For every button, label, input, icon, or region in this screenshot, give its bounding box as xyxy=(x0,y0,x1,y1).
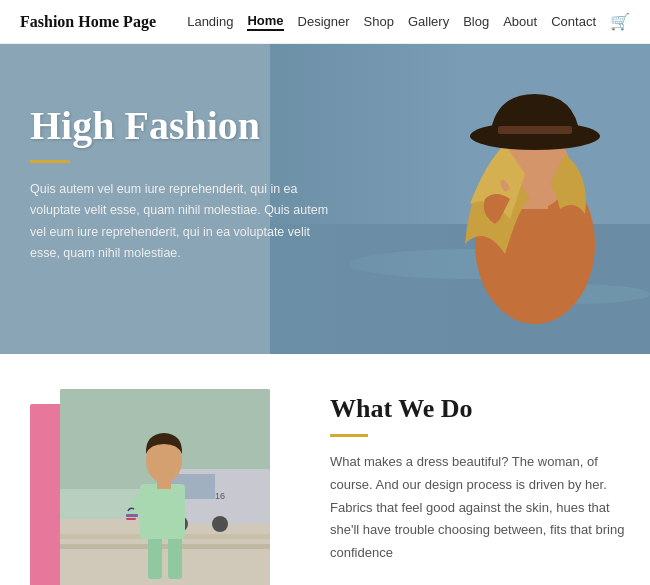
nav-blog[interactable]: Blog xyxy=(463,14,489,29)
nav-designer[interactable]: Designer xyxy=(298,14,350,29)
svg-point-18 xyxy=(212,516,228,532)
nav-contact[interactable]: Contact xyxy=(551,14,596,29)
cart-icon[interactable]: 🛒 xyxy=(610,12,630,31)
section-title: What We Do xyxy=(330,394,630,424)
nav-gallery[interactable]: Gallery xyxy=(408,14,449,29)
svg-rect-14 xyxy=(60,544,270,549)
hero-content: High Fashion Quis autem vel eum iure rep… xyxy=(30,104,340,264)
hero-section: High Fashion Quis autem vel eum iure rep… xyxy=(0,44,650,354)
fashion-photo-svg: 16 xyxy=(60,389,270,585)
fashion-photo: 16 xyxy=(60,389,270,585)
main-nav: Landing Home Designer Shop Gallery Blog … xyxy=(187,12,630,31)
left-image-block: 16 xyxy=(20,384,300,585)
nav-about[interactable]: About xyxy=(503,14,537,29)
svg-rect-22 xyxy=(140,484,185,539)
hero-title: High Fashion xyxy=(30,104,340,148)
nav-shop[interactable]: Shop xyxy=(364,14,394,29)
svg-rect-21 xyxy=(168,534,182,579)
svg-rect-20 xyxy=(148,534,162,579)
hero-body-text: Quis autem vel eum iure reprehenderit, q… xyxy=(30,179,340,264)
svg-rect-25 xyxy=(126,514,138,517)
nav-home[interactable]: Home xyxy=(247,13,283,31)
site-header: Fashion Home Page Landing Home Designer … xyxy=(0,0,650,44)
section-body-text: What makes a dress beautiful? The woman,… xyxy=(330,451,630,565)
hero-divider xyxy=(30,160,70,163)
svg-text:16: 16 xyxy=(215,491,225,501)
nav-landing[interactable]: Landing xyxy=(187,14,233,29)
section-divider xyxy=(330,434,368,437)
svg-rect-8 xyxy=(498,126,572,134)
what-we-do-section: What We Do What makes a dress beautiful?… xyxy=(330,384,630,565)
site-title: Fashion Home Page xyxy=(20,13,156,31)
svg-rect-26 xyxy=(126,518,136,520)
below-hero-section: 16 xyxy=(0,354,650,585)
